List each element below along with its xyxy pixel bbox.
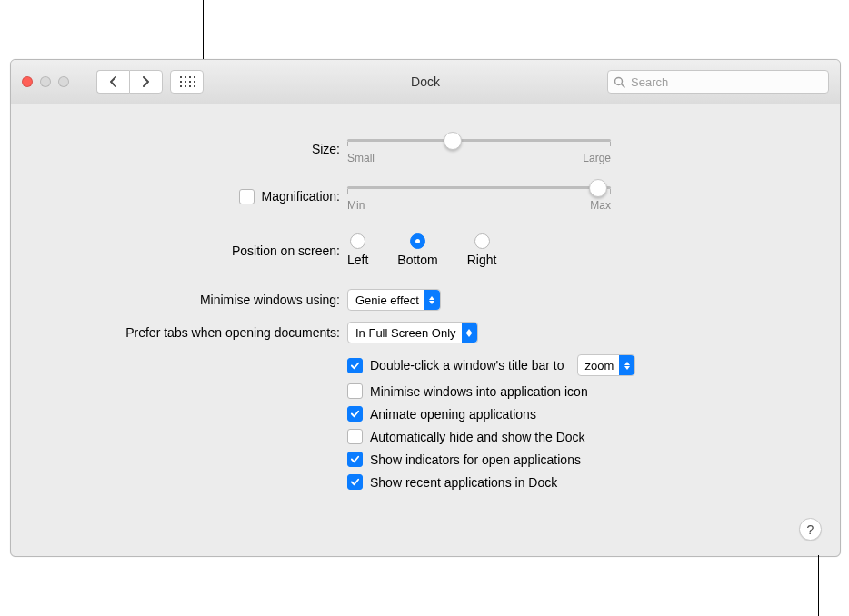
position-radio-label: Right bbox=[467, 253, 497, 267]
svg-rect-9 bbox=[185, 85, 186, 87]
help-label: ? bbox=[807, 522, 814, 537]
show-all-button[interactable] bbox=[170, 70, 204, 94]
option-checkbox-1[interactable] bbox=[347, 406, 363, 422]
doubleclick-label: Double-click a window's title bar to bbox=[370, 358, 564, 373]
pane-body: Size: Small Large Magnification: bbox=[11, 104, 840, 557]
window-title: Dock bbox=[411, 75, 440, 89]
traffic-lights bbox=[22, 76, 69, 87]
option-label-4: Show recent applications in Dock bbox=[370, 475, 557, 490]
svg-rect-3 bbox=[194, 76, 195, 78]
option-checkbox-2[interactable] bbox=[347, 429, 363, 444]
svg-rect-2 bbox=[189, 76, 191, 78]
svg-rect-11 bbox=[194, 85, 195, 87]
search-icon bbox=[614, 76, 625, 88]
magnification-checkbox[interactable] bbox=[239, 189, 255, 204]
magnification-label: Magnification: bbox=[262, 189, 340, 204]
position-radio-left[interactable] bbox=[350, 233, 365, 249]
position-radio-bottom[interactable] bbox=[410, 233, 425, 249]
minimise-effect-label: Minimise windows using: bbox=[200, 293, 340, 307]
search-input[interactable] bbox=[629, 75, 823, 90]
checkbox-list: Minimise windows into application iconAn… bbox=[347, 383, 588, 497]
svg-rect-8 bbox=[180, 85, 182, 87]
size-min-label: Small bbox=[347, 152, 375, 164]
size-slider[interactable] bbox=[347, 139, 611, 142]
doubleclick-checkbox[interactable] bbox=[347, 358, 363, 373]
size-label: Size: bbox=[312, 142, 340, 156]
size-max-label: Large bbox=[583, 152, 611, 164]
magnification-slider[interactable] bbox=[347, 186, 611, 189]
search-field-wrapper[interactable] bbox=[607, 70, 829, 94]
titlebar: Dock bbox=[11, 60, 840, 104]
magnification-min-label: Min bbox=[347, 199, 365, 212]
nav-back-button[interactable] bbox=[96, 70, 129, 94]
tabs-pref-label: Prefer tabs when opening documents: bbox=[125, 325, 340, 340]
option-label-0: Minimise windows into application icon bbox=[370, 384, 588, 399]
svg-rect-6 bbox=[189, 81, 191, 83]
position-radio-label: Left bbox=[347, 253, 368, 267]
size-slider-thumb[interactable] bbox=[444, 132, 462, 150]
nav-buttons bbox=[96, 70, 163, 94]
option-label-3: Show indicators for open applications bbox=[370, 452, 581, 467]
chevron-right-icon bbox=[142, 76, 150, 87]
nav-forward-button[interactable] bbox=[129, 70, 163, 94]
dropdown-arrow-icon bbox=[424, 290, 440, 310]
svg-rect-1 bbox=[185, 76, 186, 78]
option-checkbox-3[interactable] bbox=[347, 452, 363, 467]
svg-rect-0 bbox=[180, 76, 182, 78]
option-label-1: Animate opening applications bbox=[370, 407, 536, 422]
doubleclick-action-dropdown[interactable]: zoom bbox=[577, 354, 636, 376]
magnification-max-label: Max bbox=[590, 199, 611, 212]
grid-icon bbox=[180, 76, 195, 87]
close-button[interactable] bbox=[22, 76, 33, 87]
preferences-window: Dock Size: Small Large bbox=[10, 59, 841, 557]
svg-rect-4 bbox=[180, 81, 182, 83]
position-radio-right[interactable] bbox=[474, 233, 490, 249]
position-radio-group: LeftBottomRight bbox=[347, 233, 496, 267]
option-checkbox-4[interactable] bbox=[347, 474, 363, 490]
tabs-pref-dropdown[interactable]: In Full Screen Only bbox=[347, 322, 478, 343]
option-label-2: Automatically hide and show the Dock bbox=[370, 430, 585, 444]
svg-rect-10 bbox=[189, 85, 191, 87]
minimise-effect-value: Genie effect bbox=[355, 293, 419, 307]
svg-rect-7 bbox=[194, 81, 195, 83]
callout-line-bottom bbox=[818, 555, 819, 616]
help-button[interactable]: ? bbox=[799, 518, 822, 541]
callout-line-top bbox=[203, 0, 204, 60]
minimise-effect-dropdown[interactable]: Genie effect bbox=[347, 289, 441, 311]
magnification-slider-thumb[interactable] bbox=[589, 179, 607, 197]
dropdown-arrow-icon bbox=[619, 355, 634, 375]
chevron-left-icon bbox=[109, 76, 117, 87]
svg-line-13 bbox=[622, 84, 625, 87]
option-checkbox-0[interactable] bbox=[347, 383, 363, 399]
dropdown-arrow-icon bbox=[462, 323, 477, 343]
minimize-button[interactable] bbox=[40, 76, 51, 87]
position-radio-label: Bottom bbox=[397, 253, 437, 267]
svg-rect-5 bbox=[185, 81, 186, 83]
position-label: Position on screen: bbox=[232, 243, 340, 258]
doubleclick-action-value: zoom bbox=[585, 359, 614, 373]
fullscreen-button[interactable] bbox=[58, 76, 69, 87]
tabs-pref-value: In Full Screen Only bbox=[355, 326, 456, 340]
